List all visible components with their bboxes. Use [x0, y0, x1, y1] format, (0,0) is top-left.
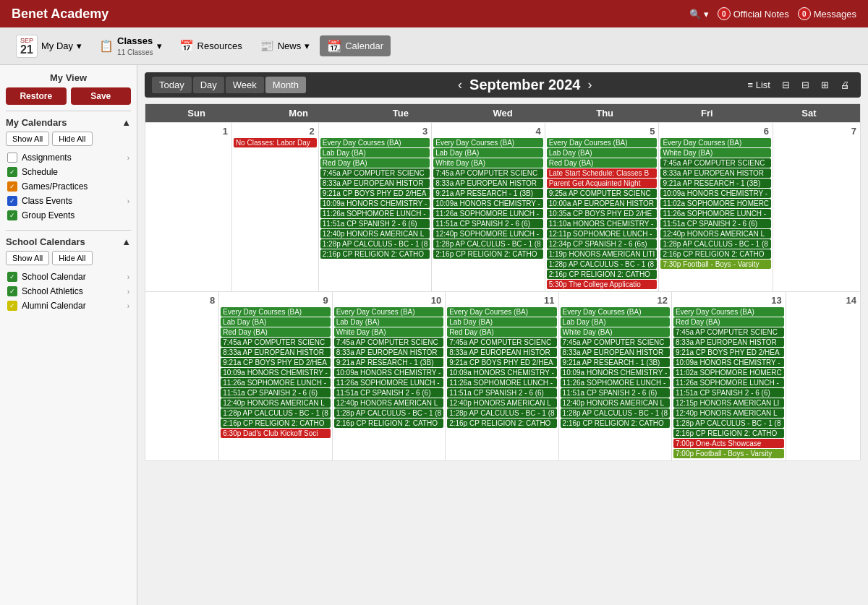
cal-cell-10[interactable]: 10Every Day Courses (BA)Lab Day (BA)Whit… [333, 292, 446, 460]
calendar-event[interactable]: Red Day (BA) [447, 327, 556, 337]
sidebar-item-school-athletics[interactable]: ✓ School Athletics › [6, 284, 131, 299]
sidebar-item-games-practices[interactable]: ✓ Games/Practices [6, 179, 131, 194]
calendar-event[interactable]: 11:26a SOPHOMORE LUNCH - [334, 378, 443, 387]
calendar-event[interactable]: 10:09a HONORS CHEMISTRY - [660, 189, 771, 198]
sidebar-item-assignments[interactable]: Assignments › [6, 150, 131, 165]
calendar-event[interactable]: 10:09a HONORS CHEMISTRY - [561, 368, 670, 377]
calendar-event[interactable]: 10:09a HONORS CHEMISTRY - [334, 368, 443, 377]
calendar-event[interactable]: 12:40p HONORS AMERICAN L [320, 229, 430, 239]
calendar-event[interactable]: 11:26a SOPHOMORE LUNCH - [221, 378, 330, 387]
calendar-event[interactable]: Parent Get Acquainted Night [547, 179, 658, 188]
calendar-event[interactable]: 11:51a CP SPANISH 2 - 6 (6) [433, 219, 542, 228]
sidebar-item-schedule[interactable]: ✓ Schedule [6, 165, 131, 179]
calendar-event[interactable]: 1:28p AP CALCULUS - BC - 1 (8 [547, 259, 658, 269]
calendar-event[interactable]: 9:21a CP BOYS PHY ED 2/HEA [221, 358, 330, 367]
group-events-checkbox[interactable]: ✓ [7, 210, 17, 220]
my-cal-hide-all-button[interactable]: Hide All [52, 132, 92, 146]
calendar-event[interactable]: 8:33a AP EUROPEAN HISTOR [561, 348, 670, 357]
prev-month-button[interactable]: ‹ [458, 77, 462, 93]
print-button[interactable]: 🖨 [837, 78, 854, 92]
calendar-event[interactable]: White Day (BA) [660, 148, 771, 158]
school-calendars-collapse-icon[interactable]: ▲ [122, 236, 131, 247]
calendar-event[interactable]: 12:40p HONORS AMERICAN L [447, 398, 556, 408]
school-calendar-checkbox[interactable]: ✓ [7, 272, 17, 282]
calendar-event[interactable]: Every Day Courses (BA) [334, 307, 443, 317]
cal-cell-14[interactable]: 14 [786, 292, 860, 460]
calendar-event[interactable]: Red Day (BA) [673, 317, 784, 327]
classes-nav-button[interactable]: 📋 Classes 11 Classes ▾ [92, 32, 169, 61]
view-week-button[interactable]: Week [226, 77, 264, 93]
assignments-checkbox[interactable] [7, 153, 17, 163]
calendar-event[interactable]: White Day (BA) [561, 327, 670, 337]
sidebar-item-alumni-calendar[interactable]: ✓ Alumni Calendar › [6, 299, 131, 313]
calendar-event[interactable]: 1:19p HONORS AMERICAN LITI [547, 249, 658, 259]
calendar-event[interactable]: 12:40p HONORS AMERICAN L [221, 398, 330, 408]
calendar-event[interactable]: 7:45a AP COMPUTER SCIENC [433, 168, 542, 178]
list-view-button[interactable]: ≡ List [744, 78, 774, 92]
view-month-button[interactable]: Month [265, 77, 306, 93]
calendar-event[interactable]: 7:00p Football - Boys - Varsity [673, 449, 784, 458]
calendar-event[interactable]: 12:34p CP SPANISH 2 - 6 (6s) [547, 239, 658, 249]
calendar-event[interactable]: 2:16p CP RELIGION 2: CATHO [673, 429, 784, 438]
school-athletics-checkbox[interactable]: ✓ [7, 286, 17, 296]
calendar-event[interactable]: 5:30p The College Applicatio [547, 280, 658, 289]
calendar-event[interactable]: 11:26a SOPHOMORE LUNCH - [673, 378, 784, 387]
view-today-button[interactable]: Today [152, 77, 192, 93]
calendar-event[interactable]: 2:16p CP RELIGION 2: CATHO [320, 249, 430, 259]
calendar-event[interactable]: 2:16p CP RELIGION 2: CATHO [221, 419, 330, 428]
calendar-event[interactable]: Every Day Courses (BA) [433, 138, 542, 147]
calendar-event[interactable]: 9:25a AP COMPUTER SCIENC [547, 189, 658, 198]
calendar-event[interactable]: 1:28p AP CALCULUS - BC - 1 (8 [320, 239, 430, 249]
calendar-event[interactable]: 10:35a CP BOYS PHY ED 2/HE [547, 209, 658, 218]
messages-button[interactable]: 0 Messages [798, 7, 856, 20]
calendar-event[interactable]: 11:51a CP SPANISH 2 - 6 (6) [561, 388, 670, 398]
calendar-event[interactable]: Red Day (BA) [547, 158, 658, 168]
calendar-event[interactable]: 9:21a CP BOYS PHY ED 2/HEA [447, 358, 556, 367]
calendar-event[interactable]: 10:09a HONORS CHEMISTRY - [221, 368, 330, 377]
cal-cell-5[interactable]: 5Every Day Courses (BA)Lab Day (BA)Red D… [545, 123, 660, 291]
calendar-event[interactable]: 7:00p One-Acts Showcase [673, 439, 784, 448]
next-month-button[interactable]: › [587, 77, 592, 93]
calendar-event[interactable]: 8:33a AP EUROPEAN HISTOR [320, 179, 430, 188]
calendar-event[interactable]: Every Day Courses (BA) [320, 138, 430, 147]
calendar-event[interactable]: Lab Day (BA) [433, 148, 542, 158]
calendar-event[interactable]: 2:16p CP RELIGION 2: CATHO [660, 249, 771, 259]
calendar-event[interactable]: 7:45a AP COMPUTER SCIENC [673, 327, 784, 337]
calendar-event[interactable]: 7:45a AP COMPUTER SCIENC [221, 338, 330, 347]
calendar-event[interactable]: 11:26a SOPHOMORE LUNCH - [561, 378, 670, 387]
calendar-event[interactable]: 10:00a AP EUROPEAN HISTOR [547, 199, 658, 208]
cal-cell-12[interactable]: 12Every Day Courses (BA)Lab Day (BA)Whit… [559, 292, 672, 460]
calendar-event[interactable]: 12:40p SOPHOMORE LUNCH - [433, 229, 542, 239]
calendar-event[interactable]: 9:21a AP RESEARCH - 1 (3B) [433, 189, 542, 198]
calendar-event[interactable]: 11:02a SOPHOMORE HOMERC [673, 368, 784, 377]
calendar-event[interactable]: Lab Day (BA) [547, 148, 658, 158]
calendar-event[interactable]: 8:33a AP EUROPEAN HISTOR [673, 338, 784, 347]
calendar-event[interactable]: 1:28p AP CALCULUS - BC - 1 (8 [221, 408, 330, 418]
cal-cell-3[interactable]: 3Every Day Courses (BA)Lab Day (BA)Red D… [319, 123, 432, 291]
calendar-event[interactable]: Lab Day (BA) [221, 317, 330, 327]
calendar-event[interactable]: 10:09a HONORS CHEMISTRY - [320, 199, 430, 208]
calendar-event[interactable]: Every Day Courses (BA) [447, 307, 556, 317]
calendar-event[interactable]: White Day (BA) [433, 158, 542, 168]
calendar-event[interactable]: 9:21a CP BOYS PHY ED 2/HEA [673, 348, 784, 357]
calendar-event[interactable]: 11:51a CP SPANISH 2 - 6 (6) [221, 388, 330, 398]
rss-button[interactable]: ⊞ [817, 78, 833, 92]
calendar-event[interactable]: 12:15p HONORS AMERICAN LI [673, 398, 784, 408]
calendar-event[interactable]: 9:21a AP RESEARCH - 1 (3B) [561, 358, 670, 367]
calendar-event[interactable]: Every Day Courses (BA) [221, 307, 330, 317]
school-cal-hide-all-button[interactable]: Hide All [52, 251, 92, 265]
my-calendars-collapse-icon[interactable]: ▲ [122, 117, 131, 128]
calendar-event[interactable]: 1:28p AP CALCULUS - BC - 1 (8 [673, 419, 784, 428]
calendar-event[interactable]: 7:45a AP COMPUTER SCIENC [561, 338, 670, 347]
calendar-event[interactable]: Red Day (BA) [221, 327, 330, 337]
my-cal-show-all-button[interactable]: Show All [6, 132, 49, 146]
resources-nav-button[interactable]: 📅 Resources [172, 35, 250, 56]
cal-cell-9[interactable]: 9Every Day Courses (BA)Lab Day (BA)Red D… [219, 292, 332, 460]
calendar-event[interactable]: 1:28p AP CALCULUS - BC - 1 (8 [561, 408, 670, 418]
filter-button-2[interactable]: ⊟ [798, 78, 813, 92]
calendar-event[interactable]: 2:16p CP RELIGION 2: CATHO [547, 270, 658, 279]
calendar-event[interactable]: 11:51a CP SPANISH 2 - 6 (6) [447, 388, 556, 398]
class-events-checkbox[interactable]: ✓ [7, 196, 17, 206]
calendar-event[interactable]: 7:45a AP COMPUTER SCIENC [447, 338, 556, 347]
calendar-event[interactable]: 10:09a HONORS CHEMISTRY - [433, 199, 542, 208]
